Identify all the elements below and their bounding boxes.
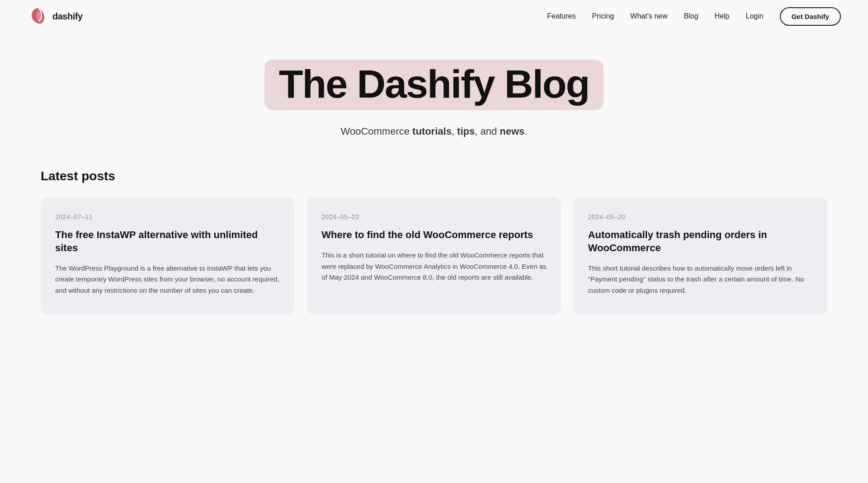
dashify-logo-icon <box>27 5 49 27</box>
hero-title-background: The Dashify Blog <box>264 60 604 110</box>
latest-posts-section: Latest posts 2024–07–11 The free InstaWP… <box>0 146 868 341</box>
post-title-0: The free InstaWP alternative with unlimi… <box>55 229 280 254</box>
logo[interactable]: dashify <box>27 5 83 27</box>
post-title-2: Automatically trash pending orders in Wo… <box>588 229 813 254</box>
nav-whats-new[interactable]: What's new <box>630 12 667 20</box>
hero-subtitle-sep1: , <box>452 126 457 137</box>
posts-grid: 2024–07–11 The free InstaWP alternative … <box>41 197 827 314</box>
hero-subtitle-bold1: tutorials <box>412 126 452 137</box>
hero-section: The Dashify Blog WooCommerce tutorials, … <box>0 33 868 146</box>
post-excerpt-2: This short tutorial describes how to aut… <box>588 263 813 296</box>
post-title-1: Where to find the old WooCommerce report… <box>321 229 546 242</box>
hero-subtitle-bold3: news <box>500 126 524 137</box>
hero-subtitle-end: . <box>524 126 527 137</box>
post-date-2: 2024–05–20 <box>588 213 813 220</box>
main-nav: Features Pricing What's new Blog Help Lo… <box>547 7 841 26</box>
post-card-0[interactable]: 2024–07–11 The free InstaWP alternative … <box>41 197 294 314</box>
nav-blog[interactable]: Blog <box>684 12 698 20</box>
brand-name: dashify <box>52 11 83 22</box>
hero-subtitle-sep2: , and <box>475 126 500 137</box>
hero-subtitle: WooCommerce tutorials, tips, and news. <box>9 126 859 137</box>
latest-posts-title: Latest posts <box>41 169 827 183</box>
post-card-1[interactable]: 2024–05–22 Where to find the old WooComm… <box>307 197 561 314</box>
hero-subtitle-bold2: tips <box>457 126 475 137</box>
post-date-0: 2024–07–11 <box>55 213 280 220</box>
hero-title: The Dashify Blog <box>279 63 590 105</box>
nav-login[interactable]: Login <box>745 12 763 20</box>
nav-help[interactable]: Help <box>715 12 730 20</box>
post-card-2[interactable]: 2024–05–20 Automatically trash pending o… <box>574 197 827 314</box>
nav-pricing[interactable]: Pricing <box>592 12 614 20</box>
hero-subtitle-plain: WooCommerce <box>341 126 413 137</box>
nav-features[interactable]: Features <box>547 12 576 20</box>
post-excerpt-1: This is a short tutorial on where to fin… <box>321 250 546 283</box>
get-dashify-button[interactable]: Get Dashify <box>780 7 841 26</box>
post-excerpt-0: The WordPress Playground is a free alter… <box>55 263 280 296</box>
post-date-1: 2024–05–22 <box>321 213 546 220</box>
site-header: dashify Features Pricing What's new Blog… <box>0 0 868 33</box>
